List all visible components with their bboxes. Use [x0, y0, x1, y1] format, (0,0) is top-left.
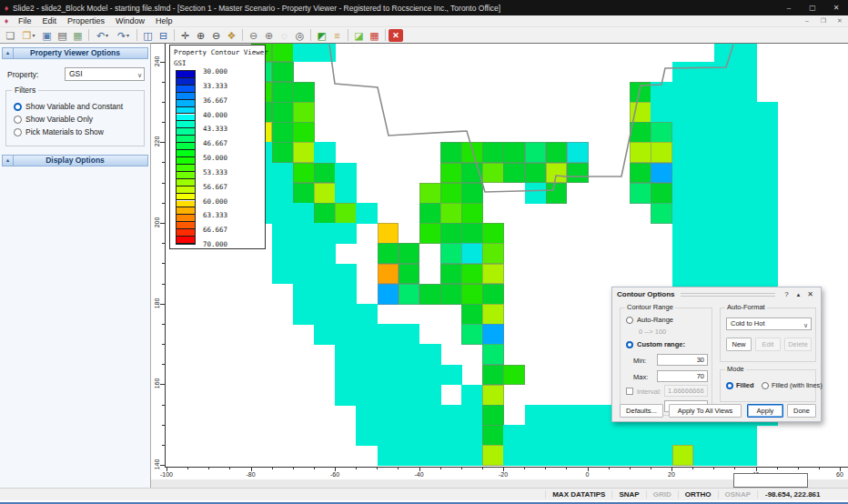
status-toggle-snap[interactable]: SNAP	[611, 490, 645, 499]
y-tick	[162, 445, 165, 446]
radio-icon[interactable]	[14, 116, 22, 124]
collapse-icon[interactable]: ▲	[792, 292, 804, 297]
y-tick	[162, 162, 165, 163]
menu-window[interactable]: Window	[110, 16, 150, 25]
y-tick	[162, 263, 165, 264]
block-cell	[735, 43, 757, 62]
open-file-icon[interactable]: ❐▾	[18, 28, 39, 43]
radio-icon[interactable]	[14, 103, 22, 111]
maximize-button[interactable]: ▢	[801, 4, 824, 12]
property-dropdown[interactable]: GSI ∨	[65, 67, 145, 81]
copy-view-icon[interactable]: ▦	[70, 28, 86, 43]
status-toggle-ortho[interactable]: ORTHO	[678, 490, 718, 499]
apply-button[interactable]: Apply	[747, 404, 783, 418]
apply-to-all-views-button[interactable]: Apply To All Views	[669, 404, 742, 418]
dialog-title-bar[interactable]: Contour Options ? ▲ ✕	[612, 287, 821, 301]
zoom-in-icon[interactable]: ⊕	[193, 28, 208, 43]
mdi-minimize-button[interactable]: –	[799, 17, 815, 25]
min-input[interactable]: 30	[657, 354, 708, 366]
block-cell	[482, 445, 504, 466]
legend-color-segment	[177, 143, 195, 150]
zoom-window-icon[interactable]: ◎	[292, 28, 308, 43]
status-toggle-osnap[interactable]: OSNAP	[718, 490, 757, 499]
custom-range-label: Custom range:	[637, 340, 685, 348]
coordinate-entry-box[interactable]	[733, 473, 808, 488]
auto-range-radio[interactable]	[626, 317, 633, 324]
mdi-close-button[interactable]: ✕	[832, 17, 848, 25]
block-cell	[356, 304, 378, 325]
menu-edit[interactable]: Edit	[37, 16, 63, 25]
collapse-icon[interactable]: ▴	[3, 48, 14, 58]
radio-icon[interactable]	[14, 128, 22, 136]
zoom-pan-icon[interactable]: ❖	[224, 28, 239, 43]
legend-color-segment	[177, 150, 195, 157]
new-file-icon[interactable]: ❏	[3, 28, 18, 43]
menu-help[interactable]: Help	[150, 16, 178, 25]
block-cell	[756, 243, 778, 264]
filled-with-lines-radio[interactable]	[762, 382, 769, 389]
close-icon[interactable]: ✕	[804, 290, 816, 298]
block-cell	[672, 425, 694, 446]
assign-materials-icon[interactable]: ◩	[314, 28, 329, 43]
done-button[interactable]: Done	[787, 404, 816, 418]
block-cell	[735, 142, 757, 163]
menu-file[interactable]: File	[13, 16, 37, 25]
status-toggle-grid[interactable]: GRID	[646, 490, 678, 499]
dialog-grip[interactable]	[681, 293, 775, 297]
status-toggle-max-datatips[interactable]: MAX DATATIPS	[545, 490, 611, 499]
custom-range-radio[interactable]	[626, 341, 633, 348]
block-cell	[272, 223, 294, 244]
filter-option-2[interactable]: Pick Materials to Show	[14, 127, 140, 136]
block-cell	[735, 163, 757, 184]
max-input[interactable]: 70	[657, 370, 708, 382]
y-tick	[162, 344, 165, 345]
new-button[interactable]: New	[726, 338, 752, 351]
defaults-button[interactable]: Defaults...	[620, 404, 663, 418]
zoom-selected-icon[interactable]: ◌	[277, 28, 292, 43]
panel-header-display-options[interactable]: ▴ Display Options	[2, 155, 148, 166]
close-view-icon[interactable]: ✕	[389, 29, 403, 42]
zoom-extents-icon[interactable]: ✛	[177, 28, 193, 43]
block-cell	[525, 425, 547, 446]
block-cell	[419, 405, 441, 426]
y-tick	[160, 62, 165, 63]
delete-button[interactable]: Delete	[784, 338, 812, 351]
contour-plot-icon[interactable]: ▦	[367, 28, 382, 43]
interval-checkbox[interactable]	[626, 388, 633, 395]
block-cell	[293, 243, 315, 264]
split-vertical-icon[interactable]: ◫	[140, 28, 156, 43]
zoom-out-step-icon[interactable]: ⊖	[246, 28, 261, 43]
mdi-restore-button[interactable]: ❐	[815, 17, 832, 25]
block-cell	[482, 304, 504, 325]
help-icon[interactable]: ?	[781, 290, 792, 298]
collapse-icon[interactable]: ▴	[3, 156, 14, 166]
filter-option-1[interactable]: Show Variable Only	[14, 115, 140, 124]
material-layers-icon[interactable]: ≡	[329, 28, 345, 43]
save-file-icon[interactable]: ▣	[39, 28, 55, 43]
block-cell	[440, 183, 462, 204]
x-tick	[566, 467, 567, 469]
block-cell	[335, 183, 357, 204]
block-cell	[440, 243, 462, 264]
split-horizontal-icon[interactable]: ⊟	[156, 28, 171, 43]
block-cell	[756, 102, 778, 123]
zoom-in-step-icon[interactable]: ⊕	[261, 28, 277, 43]
print-icon[interactable]: ▤	[55, 28, 70, 43]
auto-format-dropdown[interactable]: Cold to Hot ∨	[726, 318, 812, 330]
undo-icon[interactable]: ↶▾	[92, 28, 113, 43]
close-button[interactable]: ✕	[824, 4, 848, 12]
zoom-out-icon[interactable]: ⊖	[208, 28, 224, 43]
edit-button[interactable]: Edit	[755, 338, 781, 351]
block-cell	[609, 425, 631, 446]
redo-icon[interactable]: ↷▾	[113, 28, 134, 43]
block-cell	[503, 365, 525, 386]
edit-slope-icon[interactable]: ◪	[351, 28, 367, 43]
minimize-button[interactable]: –	[777, 4, 801, 12]
filter-option-0[interactable]: Show Variable and Constant	[14, 102, 140, 111]
menu-properties[interactable]: Properties	[62, 16, 110, 25]
y-tick-label: 240	[154, 53, 160, 69]
panel-header-property-viewer-options[interactable]: ▴ Property Viewer Options	[2, 47, 148, 59]
block-cell	[378, 264, 399, 285]
legend-color-segment	[177, 207, 195, 215]
filled-radio[interactable]	[726, 382, 733, 389]
